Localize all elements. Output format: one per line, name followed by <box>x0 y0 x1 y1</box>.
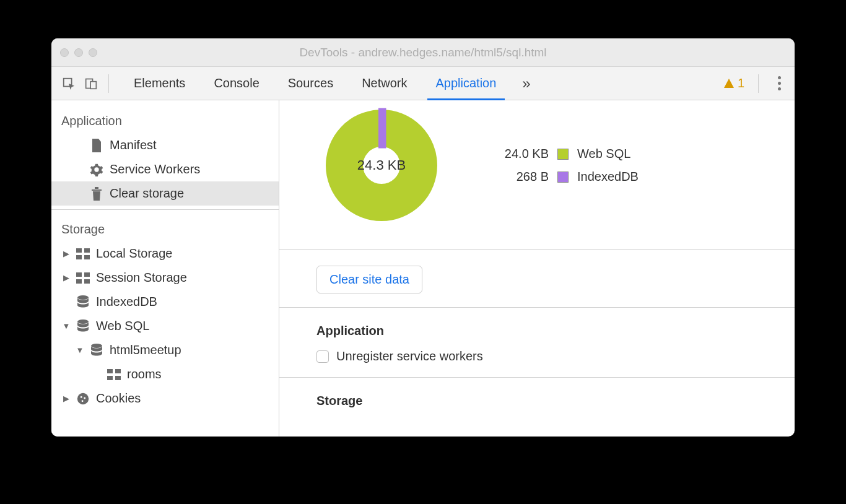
device-toolbar-icon[interactable] <box>82 75 100 92</box>
legend-value: 24.0 KB <box>493 147 549 161</box>
clear-site-data-button[interactable]: Clear site data <box>316 266 422 293</box>
sidebar-item-websql-db[interactable]: ▼ html5meetup <box>51 338 279 362</box>
sidebar-item-service-workers[interactable]: Service Workers <box>51 157 279 181</box>
svg-rect-7 <box>76 272 82 277</box>
devtools-window: DevTools - andrew.hedges.name/html5/sql.… <box>51 38 795 437</box>
checkbox-icon[interactable] <box>316 350 329 363</box>
sidebar-section-application: Application <box>51 105 279 133</box>
svg-point-11 <box>77 295 89 300</box>
tab-sources[interactable]: Sources <box>277 67 344 100</box>
devtools-tab-strip: Elements Console Sources Network Applica… <box>123 67 539 100</box>
trash-icon <box>90 187 103 201</box>
storage-tree: ▶ Local Storage ▶ Session Storage Indexe… <box>51 241 279 411</box>
sidebar-item-manifest[interactable]: Manifest <box>51 133 279 157</box>
svg-point-18 <box>77 393 89 404</box>
svg-rect-8 <box>84 272 90 277</box>
sidebar-item-cookies[interactable]: ▶ Cookies <box>51 386 279 411</box>
database-icon <box>76 319 90 333</box>
svg-rect-6 <box>84 255 90 259</box>
window-titlebar: DevTools - andrew.hedges.name/html5/sql.… <box>51 38 795 67</box>
sidebar-item-websql[interactable]: ▼ Web SQL <box>51 314 279 338</box>
application-section: Application Unregister service workers <box>279 308 795 378</box>
tab-network[interactable]: Network <box>351 67 418 100</box>
sidebar-item-label: Cookies <box>96 391 141 406</box>
window-title: DevTools - andrew.hedges.name/html5/sql.… <box>51 46 795 59</box>
svg-point-13 <box>91 344 102 348</box>
svg-point-12 <box>77 319 89 324</box>
table-icon <box>76 247 90 261</box>
database-icon <box>76 295 90 309</box>
table-icon <box>107 368 121 381</box>
console-warnings-badge[interactable]: 1 <box>724 76 744 90</box>
application-sidebar: Application Manifest Service Workers Cle… <box>51 100 279 437</box>
warning-triangle-icon <box>724 79 734 88</box>
storage-section: Storage <box>279 378 795 422</box>
svg-rect-14 <box>107 369 113 373</box>
storage-usage-chart-row: 24.3 KB 24.0 KB Web SQL 268 B IndexedDB <box>279 100 795 250</box>
devtools-body: Application Manifest Service Workers Cle… <box>51 100 795 437</box>
tab-application[interactable]: Application <box>425 67 508 100</box>
sidebar-item-label: Session Storage <box>96 271 187 285</box>
traffic-minimize-icon[interactable] <box>74 48 83 57</box>
checkbox-label: Unregister service workers <box>336 349 483 363</box>
chevron-right-icon: ▶ <box>63 274 70 282</box>
sidebar-item-label: Clear storage <box>110 186 184 201</box>
more-tabs-icon[interactable]: » <box>513 67 539 100</box>
application-tree: Manifest Service Workers Clear storage <box>51 133 279 206</box>
toolbar-right: 1 <box>724 74 786 93</box>
storage-heading: Storage <box>316 394 757 408</box>
cookie-icon <box>76 392 90 406</box>
sidebar-item-websql-table[interactable]: rooms <box>51 362 279 386</box>
sidebar-item-label: rooms <box>127 367 162 381</box>
window-traffic-lights <box>60 48 97 57</box>
svg-rect-17 <box>115 376 121 380</box>
svg-rect-10 <box>84 279 90 284</box>
sidebar-item-clear-storage[interactable]: Clear storage <box>51 181 279 206</box>
devtools-toolbar: Elements Console Sources Network Applica… <box>51 67 795 100</box>
svg-point-21 <box>82 400 84 402</box>
unregister-sw-checkbox-row[interactable]: Unregister service workers <box>316 349 757 363</box>
traffic-close-icon[interactable] <box>60 48 69 57</box>
storage-legend: 24.0 KB Web SQL 268 B IndexedDB <box>493 147 639 184</box>
inspect-element-icon[interactable] <box>60 75 77 92</box>
svg-point-19 <box>81 396 82 398</box>
sidebar-item-session-storage[interactable]: ▶ Session Storage <box>51 266 279 290</box>
sidebar-item-label: Service Workers <box>110 162 200 176</box>
sidebar-item-local-storage[interactable]: ▶ Local Storage <box>51 241 279 266</box>
gear-icon <box>90 163 103 176</box>
legend-value: 268 B <box>493 170 549 184</box>
svg-rect-16 <box>107 376 113 380</box>
clear-storage-panel: 24.3 KB 24.0 KB Web SQL 268 B IndexedDB <box>279 100 795 437</box>
tab-console[interactable]: Console <box>203 67 270 100</box>
devtools-menu-icon[interactable] <box>772 76 786 90</box>
clear-site-data-section: Clear site data <box>279 250 795 308</box>
legend-row-indexeddb: 268 B IndexedDB <box>493 170 639 184</box>
storage-total-label: 24.3 KB <box>316 100 447 230</box>
svg-rect-3 <box>76 248 82 253</box>
toolbar-divider <box>108 74 109 93</box>
sidebar-item-label: IndexedDB <box>96 295 157 309</box>
chevron-down-icon: ▼ <box>76 347 84 354</box>
database-icon <box>90 344 103 357</box>
application-heading: Application <box>316 324 757 338</box>
svg-rect-2 <box>90 81 96 89</box>
toolbar-divider <box>758 74 759 93</box>
sidebar-item-label: Local Storage <box>96 246 172 261</box>
legend-name: IndexedDB <box>577 170 639 184</box>
table-icon <box>76 271 90 285</box>
tab-elements[interactable]: Elements <box>123 67 196 100</box>
legend-name: Web SQL <box>577 147 630 161</box>
sidebar-item-label: html5meetup <box>110 343 181 357</box>
legend-swatch-icon <box>557 172 569 183</box>
svg-rect-4 <box>84 248 90 253</box>
sidebar-section-storage: Storage <box>51 209 279 241</box>
svg-rect-5 <box>76 255 82 259</box>
warning-count: 1 <box>738 76 744 90</box>
chevron-right-icon: ▶ <box>63 250 70 258</box>
svg-rect-9 <box>76 279 82 284</box>
traffic-zoom-icon[interactable] <box>89 48 97 57</box>
sidebar-item-indexeddb[interactable]: IndexedDB <box>51 290 279 314</box>
chevron-right-icon: ▶ <box>63 395 70 402</box>
legend-swatch-icon <box>557 149 569 160</box>
manifest-icon <box>90 139 103 152</box>
